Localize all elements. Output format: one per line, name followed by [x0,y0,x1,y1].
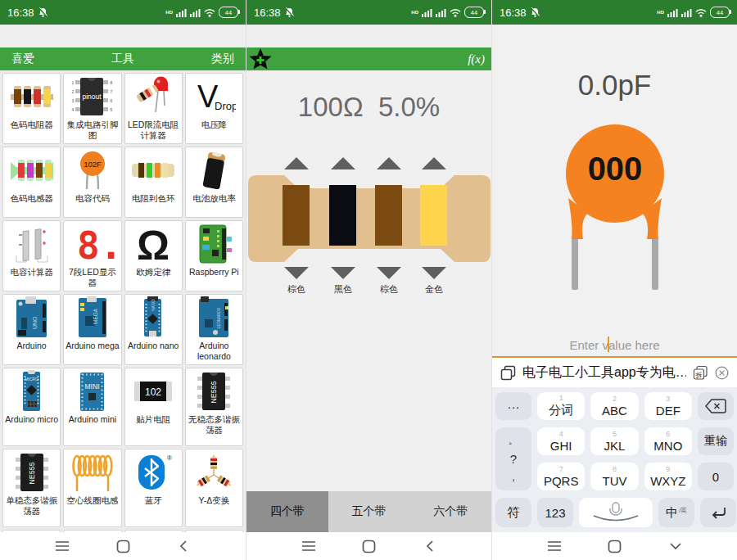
status-gap [246,25,491,47]
battery-icon: 44 [464,7,484,18]
svg-text:2: 2 [71,89,74,94]
tool-label: 电容代码 [75,193,110,204]
band-down-arrow[interactable] [284,267,309,279]
value-input[interactable]: Enter value here [492,333,737,358]
home-button[interactable] [605,536,625,556]
tool-label: Arduino mini [69,414,116,425]
numbers-key[interactable]: 123 [537,498,573,527]
symbols-key[interactable]: 符 [495,498,531,527]
clipboard-icon[interactable] [500,365,516,381]
home-button[interactable] [359,536,379,556]
back-button[interactable] [420,536,440,556]
key-5-jkl[interactable]: 5JKL [590,427,638,455]
tab-four-bands[interactable]: 四个带 [246,491,328,532]
tool-card-capacitor-code[interactable]: 102F 电容代码 [63,147,121,218]
keyboard-suggestion-bar: 电子电工小工具app专为电… 拆 [492,358,737,387]
tool-card-resistor-color-code[interactable]: 色码电阻器 [2,73,61,144]
key-4-ghi[interactable]: 4GHI [537,427,585,455]
hide-keyboard-button[interactable] [666,536,685,556]
hd-volte-label: HD [657,10,664,15]
home-button[interactable] [113,536,133,556]
band-count-tabs: 四个带 五个带 六个带 [246,491,491,532]
tool-card-ic-pinout[interactable]: 12348765pinout 集成电路引脚图 [63,73,121,144]
text-caret [608,336,609,352]
tool-card-battery-discharge[interactable]: 电池放电率 [185,147,243,218]
tab-five-bands[interactable]: 五个带 [328,491,410,532]
expand-clipboard-icon[interactable]: 拆 [693,365,708,381]
band-up-arrow[interactable] [331,157,355,169]
tool-label: 电阻到色环 [132,193,175,204]
tool-card-arduino-micro[interactable]: MICRO Arduino micro [2,368,61,446]
tool-card-arduino-mega[interactable]: MEGA Arduino mega [63,294,121,365]
battery-discharge-icon [192,150,236,191]
tool-card-arduino-uno[interactable]: UNO Arduino [2,294,61,365]
tool-card-arduino-mini[interactable]: MINI Arduino mini [63,368,121,446]
close-suggestion-icon[interactable] [715,366,729,380]
tool-label: 空心线圈电感 [66,495,118,506]
enter-key[interactable] [700,498,736,527]
band-up-arrow[interactable] [422,157,446,169]
tool-card-arduino-leonardo[interactable]: LEONARDO Arduino leonardo [185,294,243,365]
menu-button[interactable] [545,536,564,556]
tool-card-voltage-drop[interactable]: VDrop 电压降 [185,73,243,144]
menu-button[interactable] [299,536,319,556]
tool-card-raspberry-pi[interactable]: Raspberry Pi [185,220,243,291]
tool-label: 色码电感器 [10,193,53,204]
tool-card-smd-resistor[interactable]: 102 贴片电阻 [124,368,183,446]
tool-card-resistance-to-bands[interactable]: 电阻到色环 [124,147,183,218]
tool-card-astable-multivibrator[interactable]: NE555 无稳态多谐振荡器 [185,368,243,446]
band-down-arrow[interactable] [331,267,355,279]
menu-button[interactable] [52,536,72,556]
tool-card-arduino-nano[interactable]: NANO Arduino nano [124,294,183,365]
key-2-abc[interactable]: 2ABC [590,392,638,420]
svg-text:3: 3 [71,98,74,103]
color-band-1[interactable] [283,185,310,246]
key-7-pqrs[interactable]: 7PQRS [537,463,585,490]
space-voice-key[interactable] [579,498,653,527]
tool-card-ohms-law[interactable]: Ω 欧姆定律 [124,220,183,291]
tool-card-y-delta[interactable]: Y-Δ变换 [185,449,243,527]
tab-tools[interactable]: 工具 [111,52,134,66]
status-bar: 16:38 HD 44 [246,0,491,25]
band-color-label: 棕色 [278,283,314,296]
clipboard-suggestion-text[interactable]: 电子电工小工具app专为电… [522,364,686,382]
backspace-key[interactable] [698,392,734,420]
back-button[interactable] [174,536,193,556]
key-3-def[interactable]: 3DEF [644,392,692,420]
key-9-wxyz[interactable]: 9WXYZ [644,463,692,490]
tool-card-seven-segment[interactable]: 8. 7段LED显示器 [63,220,121,291]
language-toggle-key[interactable]: 中/英 [658,498,694,527]
key-0[interactable]: 0 [698,463,734,490]
band-down-arrow[interactable] [377,267,401,279]
signal-icon [422,7,432,17]
svg-text:Ω: Ω [137,224,170,264]
arduino-mini-icon: MINI [70,371,115,412]
tool-card-led-resistor[interactable]: LED限流电阻计算器 [124,73,183,144]
tool-card-air-coil-inductor[interactable]: 空心线圈电感 [63,449,121,527]
color-band-4[interactable] [420,185,447,246]
tab-favorites[interactable]: 喜爱 [11,52,34,66]
key-punctuation[interactable]: 。 ? ， [495,427,531,490]
tab-categories[interactable]: 类别 [211,52,234,66]
tool-card-monostable-multivibrator[interactable]: NE555 单稳态多谐振荡器 [2,449,61,527]
tool-card-bluetooth[interactable]: ® 蓝牙 [124,449,183,527]
band-down-arrow[interactable] [422,267,446,279]
reenter-key[interactable]: 重输 [698,427,734,455]
key-more-symbols[interactable]: ··· [495,392,531,420]
tool-label: Arduino nano [128,341,179,351]
color-band-3[interactable] [375,185,402,246]
tool-card-capacitance-calculator[interactable]: 电容计算器 [2,220,61,291]
band-up-arrow[interactable] [377,157,401,169]
favorite-star-icon[interactable] [248,47,273,70]
color-band-2[interactable] [329,185,356,246]
key-6-mno[interactable]: 6MNO [644,427,692,455]
tab-six-bands[interactable]: 六个带 [409,491,491,532]
svg-text:LEONARDO: LEONARDO [217,307,221,328]
key-8-tuv[interactable]: 8TUV [590,463,638,490]
ceramic-capacitor-graphic[interactable]: 000 [545,123,685,293]
key-1-fenci[interactable]: 1分词 [537,392,585,420]
tool-card-inductor-color-code[interactable]: 色码电感器 [2,147,61,218]
band-up-arrow[interactable] [284,157,309,169]
fx-function-button[interactable]: f(x) [468,52,485,66]
muted-bell-icon [38,7,47,17]
